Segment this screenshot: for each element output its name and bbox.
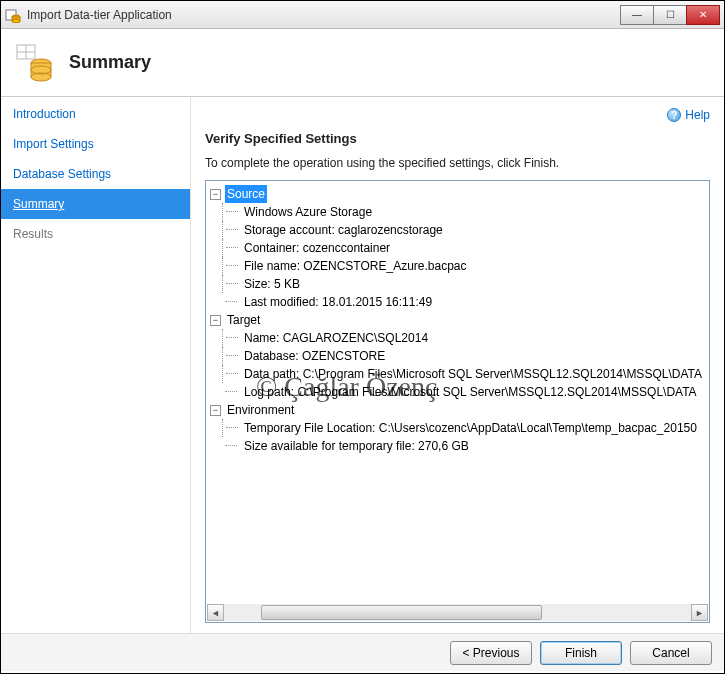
tree-leaf[interactable]: File name: OZENCSTORE_Azure.bacpac xyxy=(240,257,467,275)
tree-environment-label[interactable]: Environment xyxy=(225,401,296,419)
tree-leaf[interactable]: Storage account: caglarozencstorage xyxy=(240,221,443,239)
tree-leaf[interactable]: Windows Azure Storage xyxy=(240,203,372,221)
nav-database-settings[interactable]: Database Settings xyxy=(1,159,190,189)
tree-leaf[interactable]: Temporary File Location: C:\Users\cozenc… xyxy=(240,419,697,437)
nav-introduction[interactable]: Introduction xyxy=(1,99,190,129)
collapse-icon[interactable]: − xyxy=(210,405,221,416)
window-buttons: — ☐ ✕ xyxy=(621,5,720,25)
help-row: ? Help xyxy=(205,105,710,125)
instruction-text: To complete the operation using the spec… xyxy=(205,156,710,170)
footer: < Previous Finish Cancel xyxy=(1,633,724,671)
content-panel: ? Help Verify Specified Settings To comp… xyxy=(191,97,724,633)
sidebar: Introduction Import Settings Database Se… xyxy=(1,97,191,633)
settings-tree[interactable]: − Source Windows Azure Storage Storage a… xyxy=(205,180,710,623)
tree-leaf[interactable]: Size: 5 KB xyxy=(240,275,300,293)
scroll-left-icon[interactable]: ◄ xyxy=(207,604,224,621)
nav-import-settings[interactable]: Import Settings xyxy=(1,129,190,159)
collapse-icon[interactable]: − xyxy=(210,315,221,326)
maximize-button[interactable]: ☐ xyxy=(653,5,687,25)
svg-point-3 xyxy=(12,19,20,23)
app-icon xyxy=(5,7,21,23)
finish-button[interactable]: Finish xyxy=(540,641,622,665)
horizontal-scrollbar[interactable]: ◄ ► xyxy=(207,604,708,621)
scroll-thumb[interactable] xyxy=(224,604,691,621)
tree-leaf[interactable]: Last modified: 18.01.2015 16:11:49 xyxy=(240,293,432,311)
tree-leaf[interactable]: Container: cozenccontainer xyxy=(240,239,390,257)
tree-source-label[interactable]: Source xyxy=(225,185,267,203)
nav-results: Results xyxy=(1,219,190,249)
tree-leaf[interactable]: Name: CAGLAROZENC\SQL2014 xyxy=(240,329,428,347)
window-title: Import Data-tier Application xyxy=(27,8,621,22)
scroll-right-icon[interactable]: ► xyxy=(691,604,708,621)
section-title: Verify Specified Settings xyxy=(205,131,710,146)
wizard-icon xyxy=(11,39,59,87)
cancel-button[interactable]: Cancel xyxy=(630,641,712,665)
header-band: Summary xyxy=(1,29,724,97)
minimize-button[interactable]: — xyxy=(620,5,654,25)
collapse-icon[interactable]: − xyxy=(210,189,221,200)
nav-summary[interactable]: Summary xyxy=(1,189,190,219)
help-link[interactable]: ? Help xyxy=(667,108,710,122)
page-title: Summary xyxy=(69,52,151,73)
help-label: Help xyxy=(685,108,710,122)
previous-button[interactable]: < Previous xyxy=(450,641,532,665)
help-icon: ? xyxy=(667,108,681,122)
tree-target-label[interactable]: Target xyxy=(225,311,262,329)
tree-leaf[interactable]: Data path: C:\Program Files\Microsoft SQ… xyxy=(240,365,702,383)
tree-leaf[interactable]: Log path: C:\Program Files\Microsoft SQL… xyxy=(240,383,697,401)
main: Introduction Import Settings Database Se… xyxy=(1,97,724,633)
titlebar: Import Data-tier Application — ☐ ✕ xyxy=(1,1,724,29)
close-button[interactable]: ✕ xyxy=(686,5,720,25)
tree-leaf[interactable]: Size available for temporary file: 270,6… xyxy=(240,437,469,455)
tree-leaf[interactable]: Database: OZENCSTORE xyxy=(240,347,385,365)
